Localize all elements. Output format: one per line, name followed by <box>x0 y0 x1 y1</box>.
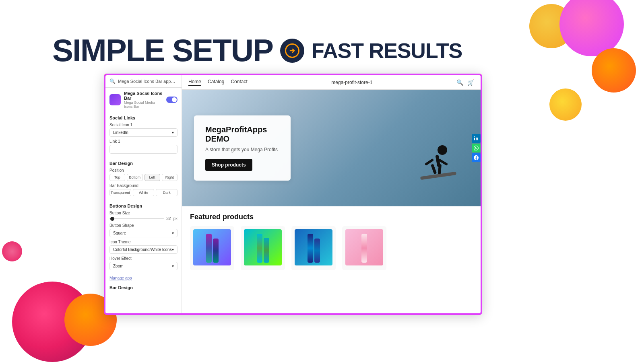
chevron-down-icon: ▾ <box>172 130 174 135</box>
button-shape-value: Square <box>113 231 126 235</box>
screenshot-container: 🔍 Mega Social Icons Bar app_title:Me Meg… <box>104 74 482 315</box>
svg-line-6 <box>426 160 432 164</box>
button-shape-label: Button Shape <box>109 223 178 228</box>
product-image-3 <box>295 229 332 265</box>
slider-thumb <box>110 217 114 221</box>
button-shape-select[interactable]: Square ▾ <box>109 229 178 237</box>
product-image-4 <box>345 229 383 265</box>
nav-links: Home Catalog Contact <box>188 79 248 86</box>
nav-icons: 🔍 🛒 <box>456 79 474 86</box>
search-icon: 🔍 <box>109 78 116 84</box>
hover-effect-label: Hover Effect <box>109 256 178 261</box>
icon-theme-value: Colorful Background/White Icons <box>113 247 172 252</box>
left-panel: 🔍 Mega Social Icons Bar app_title:Me Meg… <box>105 75 182 313</box>
app-item: Mega Social Icons Bar Mega Social Media … <box>105 88 182 112</box>
product-image-1 <box>193 229 231 265</box>
position-right[interactable]: Right <box>162 174 178 181</box>
products-row <box>190 226 473 270</box>
linkedin-social-button[interactable] <box>472 134 481 143</box>
social-links-label: Social Links <box>109 115 178 120</box>
hover-effect-select[interactable]: Zoom ▾ <box>109 262 178 270</box>
header-subtitle: FAST RESULTS <box>312 39 462 63</box>
social-links-section: Social Links Social Icon 1 LinkedIn ▾ Li… <box>105 112 182 158</box>
decorative-blob-4 <box>549 88 582 121</box>
store-name: mega-profit-store-1 <box>331 80 372 85</box>
nav-contact[interactable]: Contact <box>231 79 247 86</box>
bg-transparent[interactable]: Transparent <box>109 189 131 196</box>
header: SIMPLE SETUP FAST RESULTS <box>52 32 462 69</box>
bar-design-bottom-label: Bar Design <box>109 285 178 290</box>
search-nav-icon[interactable]: 🔍 <box>456 79 463 86</box>
bar-design-bottom-section: Bar Design <box>105 282 182 294</box>
decorative-blob-1 <box>529 4 574 48</box>
browser-nav: Home Catalog Contact mega-profit-store-1… <box>182 75 481 90</box>
svg-point-2 <box>438 145 447 155</box>
whatsapp-social-button[interactable] <box>472 144 481 152</box>
snowboarder-image <box>404 138 460 194</box>
bar-design-section: Bar Design Position Top Bottom Left Righ… <box>105 158 182 200</box>
chevron-down-icon-3: ▾ <box>172 247 174 252</box>
browser-content: Home Catalog Contact mega-profit-store-1… <box>182 75 481 313</box>
decorative-blob-6 <box>12 282 93 362</box>
nav-catalog[interactable]: Catalog <box>208 79 224 86</box>
app-info: Mega Social Icons Bar Mega Social Media … <box>124 91 163 109</box>
bar-background-button-group: Transparent White Dark <box>109 189 178 196</box>
bg-white[interactable]: White <box>133 189 155 196</box>
app-description: Mega Social Media Icons Bar <box>124 101 163 109</box>
search-bar[interactable]: 🔍 Mega Social Icons Bar app_title:Me <box>105 75 182 88</box>
button-size-slider-row: 32 px <box>109 216 178 221</box>
product-image-2 <box>244 229 282 265</box>
product-card-1[interactable] <box>190 226 234 270</box>
app-icon <box>109 94 121 105</box>
slider-value: 32 <box>166 216 171 221</box>
social-icon-1-select[interactable]: LinkedIn ▾ <box>109 128 178 137</box>
button-size-label: Button Size <box>109 211 178 215</box>
arrow-right-circle-icon <box>280 39 304 63</box>
buttons-design-section: Buttons Design Button Size 32 px Button … <box>105 200 182 274</box>
cart-icon[interactable]: 🛒 <box>467 79 474 86</box>
app-name: Mega Social Icons Bar <box>124 91 163 101</box>
svg-point-9 <box>474 136 475 137</box>
bar-design-label: Bar Design <box>109 161 178 166</box>
chevron-down-icon-2: ▾ <box>172 231 174 235</box>
position-bottom[interactable]: Bottom <box>127 174 142 181</box>
icon-theme-select[interactable]: Colorful Background/White Icons ▾ <box>109 245 178 254</box>
hero-section: MegaProfitApps DEMO A store that gets yo… <box>182 90 481 206</box>
icon-theme-label: Icon Theme <box>109 240 178 244</box>
shop-products-button[interactable]: Shop products <box>205 159 252 171</box>
facebook-social-button[interactable] <box>472 153 481 162</box>
decorative-blob-2 <box>559 0 624 56</box>
nav-home[interactable]: Home <box>188 79 201 86</box>
featured-products-section: Featured products <box>182 206 481 270</box>
hero-card: MegaProfitApps DEMO A store that gets yo… <box>194 115 291 181</box>
button-size-slider[interactable] <box>109 218 164 219</box>
svg-rect-4 <box>431 164 437 174</box>
slider-unit: px <box>173 216 178 221</box>
position-top[interactable]: Top <box>109 174 125 181</box>
social-icon-1-label: Social Icon 1 <box>109 123 178 127</box>
hover-effect-value: Zoom <box>113 264 124 268</box>
product-card-4[interactable] <box>342 226 386 270</box>
chevron-down-icon-4: ▾ <box>172 264 174 268</box>
featured-products-title: Featured products <box>190 213 473 221</box>
search-bar-text: Mega Social Icons Bar app_title:Me <box>118 79 178 84</box>
header-title: SIMPLE SETUP <box>52 32 273 69</box>
link-1-input[interactable] <box>109 145 178 154</box>
hero-title: MegaProfitApps DEMO <box>205 125 279 144</box>
buttons-design-label: Buttons Design <box>109 204 178 208</box>
toggle-switch[interactable] <box>166 97 178 103</box>
position-label: Position <box>109 168 178 173</box>
decorative-blob-3 <box>592 48 636 93</box>
social-sidebar <box>472 134 481 162</box>
svg-line-7 <box>440 160 446 164</box>
bg-dark[interactable]: Dark <box>156 189 178 196</box>
social-icon-1-value: LinkedIn <box>113 130 128 135</box>
manage-app-link[interactable]: Manage app <box>105 274 182 282</box>
position-left[interactable]: Left <box>144 174 160 181</box>
link-1-label: Link 1 <box>109 139 178 144</box>
product-card-2[interactable] <box>241 226 285 270</box>
hero-subtitle: A store that gets you Mega Profits <box>205 147 279 152</box>
position-button-group: Top Bottom Left Right <box>109 174 178 181</box>
product-card-3[interactable] <box>291 226 336 270</box>
bar-background-label: Bar Background <box>109 183 178 188</box>
